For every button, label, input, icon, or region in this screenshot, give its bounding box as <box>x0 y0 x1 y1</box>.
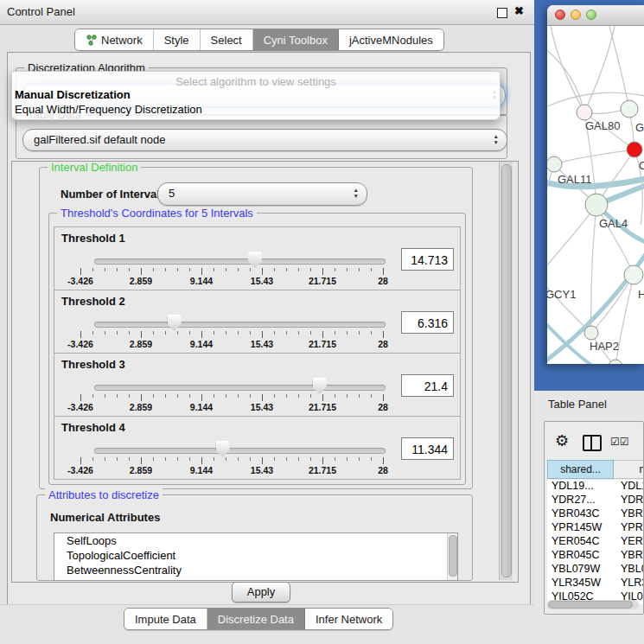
attribute-item-selfloops[interactable]: SelfLoops <box>54 533 457 548</box>
table-row[interactable]: YBR045CYBR0 <box>547 549 644 563</box>
slider-track[interactable] <box>94 322 386 328</box>
tab-label: Network <box>101 34 143 47</box>
tab-discretize-data[interactable]: Discretize Data <box>207 609 305 629</box>
network-node[interactable] <box>624 265 643 284</box>
cell-shared-name: YDR27... <box>547 494 614 507</box>
node-label-hap2: HAP2 <box>590 340 619 353</box>
column-layout-icon[interactable] <box>583 435 602 451</box>
minimize-traffic-light-icon[interactable] <box>571 10 581 20</box>
column-header-shared-name[interactable]: shared... <box>547 460 614 479</box>
slider-thumb[interactable] <box>216 441 230 457</box>
combo-arrows-icon: ▲▼ <box>354 187 359 199</box>
bottom-tab-bar: Impute DataDiscretize DataInfer Network <box>124 608 393 630</box>
number-of-intervals-combobox[interactable]: 5 ▲▼ <box>157 182 367 206</box>
threshold-label: Threshold 4 <box>61 421 125 434</box>
table-data-combobox[interactable]: galFiltered.sif default node ▲▼ <box>22 129 507 151</box>
tab-style[interactable]: Style <box>154 29 201 50</box>
table-horizontal-scrollbar[interactable] <box>547 600 639 609</box>
menu-item-equal-width-frequency[interactable]: Equal Width/Frequency Discretization <box>15 103 202 116</box>
tab-cyni-toolbox[interactable]: Cyni Toolbox <box>253 29 339 50</box>
table-row[interactable]: YDL19...YDL1 <box>547 480 644 494</box>
threshold-label: Threshold 3 <box>61 358 125 371</box>
cell-name: YBR0 <box>614 549 644 563</box>
tick-label: 21.715 <box>309 465 336 475</box>
cell-shared-name: YDL19... <box>547 480 614 494</box>
table-row[interactable]: YBR043CYBR0 <box>547 507 644 521</box>
network-window-titlebar[interactable] <box>547 5 644 26</box>
table-panel-title: Table Panel <box>548 398 607 411</box>
tick-label: 2.859 <box>130 465 152 475</box>
close-icon[interactable]: ✖ <box>514 4 524 17</box>
table-row[interactable]: YBL079WYBL0 <box>547 563 644 577</box>
settings-scrollpane: Interval Definition Number of Intervals … <box>11 161 519 583</box>
table-header: shared... name <box>547 460 644 479</box>
control-panel: Control Panel ✖ NetworkStyleSelectCyni T… <box>0 0 534 644</box>
network-window: GAL80GACGAL11GAL4GCY1HHAP2 <box>547 5 644 364</box>
tab-network[interactable]: Network <box>75 29 154 50</box>
network-node[interactable] <box>584 326 598 340</box>
network-graph: GAL80GACGAL11GAL4GCY1HHAP2 <box>547 26 644 364</box>
slider-thumb[interactable] <box>313 378 327 394</box>
network-node[interactable] <box>627 142 642 157</box>
list-scrollbar-thumb[interactable] <box>449 535 457 577</box>
menu-item-manual-discretization[interactable]: Manual Discretization <box>15 88 131 101</box>
close-traffic-light-icon[interactable] <box>555 10 565 20</box>
network-node[interactable] <box>547 156 562 172</box>
table-rows: YDL19...YDL1YDR27...YDR2YBR043CYBR0YPR14… <box>547 480 644 604</box>
slider-thumb[interactable] <box>168 315 182 331</box>
threshold-value-field[interactable]: 21.4 <box>401 374 454 397</box>
scrollbar-thumb[interactable] <box>501 164 512 577</box>
gear-icon[interactable]: ⚙ <box>555 431 569 450</box>
slider-track[interactable] <box>94 258 386 265</box>
slider-thumb[interactable] <box>248 252 262 268</box>
tab-impute-data[interactable]: Impute Data <box>124 609 207 629</box>
attribute-item-betweennesscentrality[interactable]: BetweennessCentrality <box>54 563 457 577</box>
network-node[interactable] <box>621 100 638 118</box>
node-label-gal4: GAL4 <box>599 217 628 230</box>
top-tab-bar: NetworkStyleSelectCyni ToolboxjActiveMNo… <box>74 29 444 51</box>
table-row[interactable]: YPR145WYPR1 <box>547 521 644 535</box>
node-label-ga: GA <box>635 121 644 134</box>
cell-shared-name: YBR043C <box>547 507 614 521</box>
node-label-gal11: GAL11 <box>558 173 592 186</box>
table-row[interactable]: YDR27...YDR2 <box>547 494 644 507</box>
settings-vertical-scrollbar[interactable] <box>499 162 513 580</box>
slider-track[interactable] <box>94 448 386 454</box>
tick-label: -3.426 <box>67 339 93 349</box>
attribute-item-topologicalcoefficient[interactable]: TopologicalCoefficient <box>54 548 457 563</box>
tab-select[interactable]: Select <box>201 29 253 50</box>
checkbox-options-icon[interactable]: ☑☑ <box>610 436 629 448</box>
threshold-value-field[interactable]: 14.713 <box>401 248 454 271</box>
column-header-name[interactable]: name <box>614 460 644 479</box>
cell-name: YBR0 <box>614 507 644 521</box>
tab-jactivemnodules[interactable]: jActiveMNodules <box>339 29 443 50</box>
network-icon <box>86 35 97 46</box>
table-row[interactable]: YLR345WYLR3 <box>547 577 644 590</box>
cell-shared-name: YLR345W <box>547 577 614 590</box>
network-edge <box>547 164 554 240</box>
table-scrollbar-thumb[interactable] <box>548 601 633 609</box>
tab-label: jActiveMNodules <box>349 34 433 47</box>
network-node[interactable] <box>585 194 608 216</box>
cell-name: YBL0 <box>614 563 644 577</box>
table-row[interactable]: YER054CYER0 <box>547 535 644 549</box>
network-edge <box>547 205 596 277</box>
panel-title: Control Panel <box>7 5 75 18</box>
tick-label: 28 <box>378 402 388 412</box>
numerical-attributes-label: Numerical Attributes <box>50 511 160 524</box>
network-node[interactable] <box>577 105 592 120</box>
float-window-icon[interactable] <box>497 8 507 18</box>
zoom-traffic-light-icon[interactable] <box>586 10 596 20</box>
table-data-combobox-value: galFiltered.sif default node <box>34 133 165 146</box>
slider-major-ticks <box>80 457 385 464</box>
slider-track[interactable] <box>94 385 386 391</box>
tab-infer-network[interactable]: Infer Network <box>305 609 392 629</box>
threshold-value-field[interactable]: 6.316 <box>401 311 454 334</box>
apply-button[interactable]: Apply <box>232 582 290 603</box>
threshold-value-field[interactable]: 11.344 <box>401 437 454 460</box>
cell-name: YDR2 <box>614 494 644 507</box>
numerical-attributes-list[interactable]: SelfLoopsTopologicalCoefficientBetweenne… <box>54 532 458 581</box>
threshold-label: Threshold 2 <box>61 295 125 308</box>
network-canvas[interactable]: GAL80GACGAL11GAL4GCY1HHAP2 <box>547 26 644 364</box>
list-scrollbar[interactable] <box>447 533 457 580</box>
